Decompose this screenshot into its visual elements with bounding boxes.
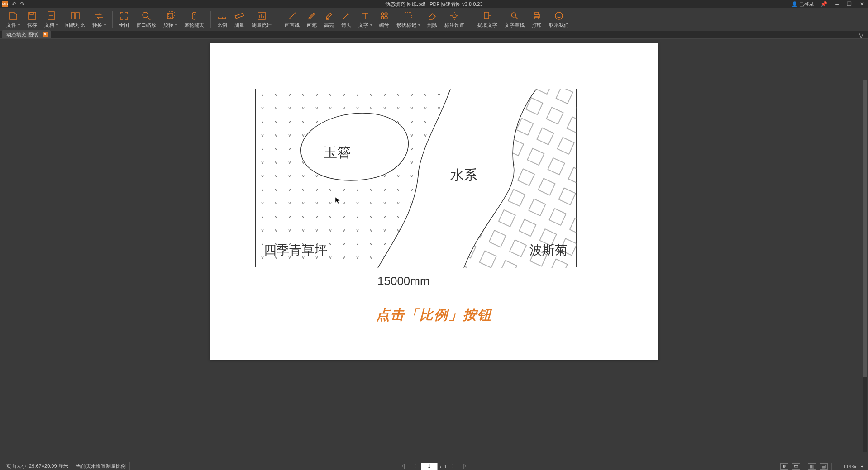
- svg-line-24: [343, 14, 348, 19]
- svg-line-8: [148, 17, 150, 20]
- svg-rect-31: [405, 13, 411, 19]
- page-next-button[interactable]: 〉: [450, 463, 458, 470]
- view-mode-single[interactable]: 👁: [780, 463, 788, 470]
- svg-rect-1: [30, 12, 33, 14]
- drawing-label-3: 四季青草坪: [264, 243, 327, 257]
- minimize-button[interactable]: –: [834, 1, 840, 7]
- zoom-out-button[interactable]: -: [835, 464, 841, 469]
- contact-button[interactable]: 联系我们: [545, 8, 572, 31]
- page-total: 1: [444, 464, 447, 469]
- close-button[interactable]: ✕: [858, 1, 866, 7]
- svg-rect-38: [535, 12, 539, 14]
- scale-button[interactable]: 比例: [214, 8, 231, 31]
- undo-button[interactable]: ↶: [12, 1, 16, 7]
- svg-point-28: [385, 13, 387, 15]
- instruction-annotation: 点击「比例」按钮: [210, 306, 658, 324]
- window-zoom-button[interactable]: 窗口缩放: [133, 8, 160, 31]
- drawing-svg: 玉簪 水系 四季青草坪 波斯菊: [256, 89, 577, 268]
- status-bar: 页面大小: 29.67×20.99 厘米 当前页未设置测量比例 〈| 〈 / 1…: [0, 462, 868, 470]
- scale-status-label: 当前页未设置测量比例: [72, 462, 130, 470]
- svg-rect-5: [71, 13, 75, 19]
- drawing-label-2: 水系: [450, 167, 477, 182]
- number-button[interactable]: 编号: [376, 8, 393, 31]
- svg-point-32: [453, 14, 456, 18]
- view-mode-grid1[interactable]: ▥: [808, 463, 816, 470]
- page-size-label: 页面大小: 29.67×20.99 厘米: [3, 462, 72, 470]
- shape-mark-button[interactable]: 形状标记: [393, 8, 424, 31]
- tabstrip-expand-button[interactable]: ⋁: [854, 32, 868, 38]
- page-prev-button[interactable]: 〈: [410, 463, 418, 470]
- separator: [112, 11, 113, 28]
- svg-rect-11: [192, 12, 196, 19]
- annotation-settings-button[interactable]: 标注设置: [441, 8, 468, 31]
- svg-point-29: [381, 16, 384, 19]
- svg-point-27: [381, 13, 384, 15]
- svg-line-22: [289, 13, 296, 19]
- tab-label: 动态填充-图纸: [6, 31, 38, 38]
- window-title: 动态填充-图纸.pdf - PDF 快速看图 v3.8.0.23: [385, 1, 482, 8]
- svg-line-36: [515, 17, 518, 19]
- page-first-button[interactable]: 〈|: [397, 463, 407, 470]
- text-button[interactable]: 文字: [355, 8, 376, 31]
- save-button[interactable]: 保存: [24, 8, 41, 31]
- file-button[interactable]: 文件: [3, 8, 24, 31]
- drawing-label-1: 玉簪: [324, 145, 351, 160]
- separator: [831, 463, 832, 470]
- convert-button[interactable]: 转换: [89, 8, 110, 31]
- arrow-button[interactable]: 箭头: [338, 8, 355, 31]
- document-tab[interactable]: 动态填充-图纸 ✕: [2, 30, 51, 38]
- canvas-area[interactable]: 玉簪 水系 四季青草坪 波斯菊 15000mm 点击「比例」按钮: [0, 39, 868, 462]
- svg-rect-17: [235, 13, 244, 19]
- drawing-label-4: 波斯菊: [529, 243, 568, 257]
- print-button[interactable]: 打印: [528, 8, 545, 31]
- vertical-scrollbar[interactable]: [863, 80, 867, 452]
- zoom-in-button[interactable]: +: [859, 464, 865, 469]
- page-last-button[interactable]: |〉: [461, 463, 471, 470]
- page-number-input[interactable]: [421, 463, 437, 470]
- pin-button[interactable]: 📌: [819, 1, 829, 7]
- user-icon: 👤: [792, 1, 798, 7]
- drawing-frame: 玉簪 水系 四季青草坪 波斯菊: [255, 89, 577, 267]
- view-mode-doc[interactable]: ▭: [792, 463, 800, 470]
- document-button[interactable]: 文档: [41, 8, 62, 31]
- svg-point-35: [511, 13, 516, 17]
- separator: [210, 11, 211, 28]
- separator: [278, 11, 278, 28]
- dimension-label: 15000mm: [377, 274, 430, 288]
- zoom-level-label: 114%: [843, 464, 856, 469]
- measure-stats-button[interactable]: 测量统计: [248, 8, 275, 31]
- maximize-button[interactable]: ❐: [845, 1, 854, 7]
- svg-point-30: [385, 16, 387, 19]
- find-text-button[interactable]: 文字查找: [501, 8, 528, 31]
- user-login-status[interactable]: 👤 已登录: [792, 1, 814, 8]
- app-logo-icon: PD: [2, 1, 8, 7]
- tab-strip: 动态填充-图纸 ✕ ⋁: [0, 31, 868, 39]
- redo-button[interactable]: ↷: [20, 1, 24, 7]
- svg-rect-9: [167, 13, 173, 19]
- pen-button[interactable]: 画笔: [303, 8, 320, 31]
- draw-line-button[interactable]: 画直线: [281, 8, 303, 31]
- highlight-button[interactable]: 高亮: [320, 8, 338, 31]
- tab-close-button[interactable]: ✕: [43, 32, 48, 37]
- delete-button[interactable]: 删除: [424, 8, 441, 31]
- page-navigator: 〈| 〈 / 1 〉 |〉: [397, 463, 471, 470]
- measure-button[interactable]: 测量: [231, 8, 248, 31]
- scroll-page-button[interactable]: 滚轮翻页: [181, 8, 208, 31]
- svg-rect-6: [76, 13, 79, 19]
- svg-rect-33: [484, 12, 489, 19]
- fullview-button[interactable]: 全图: [115, 8, 133, 31]
- page-sep: /: [440, 464, 441, 469]
- svg-point-7: [143, 12, 148, 18]
- separator: [804, 463, 804, 470]
- toolbar-ribbon: 文件 保存 文档 图纸对比 转换 全图 窗口缩放 旋转 滚轮翻页 比例 测量 测…: [0, 8, 868, 31]
- separator: [471, 11, 471, 28]
- pdf-page: 玉簪 水系 四季青草坪 波斯菊 15000mm 点击「比例」按钮: [210, 43, 658, 360]
- svg-point-40: [555, 12, 563, 19]
- title-bar: PD ↶ ↷ 动态填充-图纸.pdf - PDF 快速看图 v3.8.0.23 …: [0, 0, 868, 8]
- rotate-button[interactable]: 旋转: [160, 8, 181, 31]
- extract-text-button[interactable]: 提取文字: [474, 8, 501, 31]
- compare-button[interactable]: 图纸对比: [62, 8, 89, 31]
- svg-rect-10: [169, 12, 174, 17]
- view-mode-grid2[interactable]: ▤: [820, 463, 828, 470]
- scrollbar-thumb[interactable]: [863, 80, 867, 377]
